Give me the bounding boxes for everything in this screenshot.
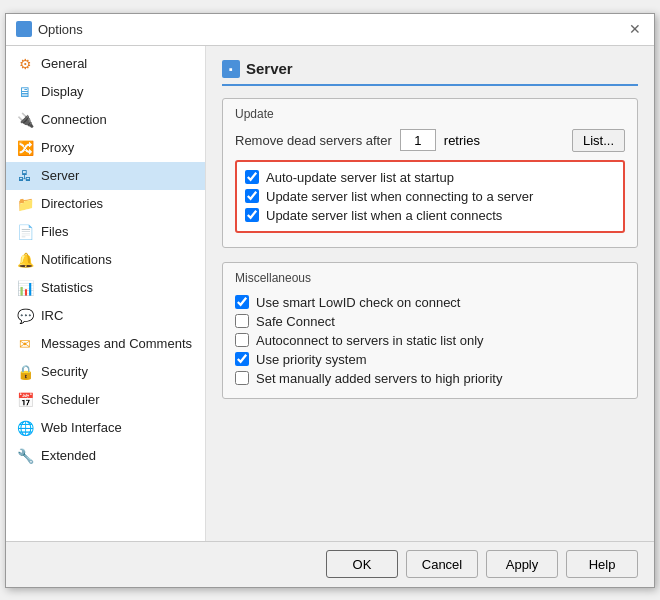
checkbox-update-client-label: Update server list when a client connect… [266, 208, 502, 223]
notifications-icon: 🔔 [16, 251, 34, 269]
checkbox-priority-label: Use priority system [256, 352, 367, 367]
checkbox-update-connecting-label: Update server list when connecting to a … [266, 189, 533, 204]
sidebar-label-irc: IRC [41, 308, 63, 323]
section-header-icon: ▪ [222, 60, 240, 78]
dialog-footer: OK Cancel Apply Help [6, 541, 654, 587]
misc-legend: Miscellaneous [235, 271, 625, 285]
main-content: ▪ Server Update Remove dead servers afte… [206, 46, 654, 541]
sidebar-item-connection[interactable]: 🔌 Connection [6, 106, 205, 134]
section-header: ▪ Server [222, 60, 638, 86]
title-bar: Options ✕ [6, 14, 654, 46]
checkbox-safeconnect-label: Safe Connect [256, 314, 335, 329]
sidebar-label-directories: Directories [41, 196, 103, 211]
retries-suffix: retries [444, 133, 480, 148]
section-title: Server [246, 60, 293, 77]
checkbox-autoupdate-input[interactable] [245, 170, 259, 184]
sidebar-item-proxy[interactable]: 🔀 Proxy [6, 134, 205, 162]
cancel-button[interactable]: Cancel [406, 550, 478, 578]
update-group: Update Remove dead servers after retries… [222, 98, 638, 248]
retries-input[interactable] [400, 129, 436, 151]
sidebar-item-irc[interactable]: 💬 IRC [6, 302, 205, 330]
sidebar-label-notifications: Notifications [41, 252, 112, 267]
dialog-body: ⚙ General 🖥 Display 🔌 Connection 🔀 Proxy… [6, 46, 654, 541]
checkbox-update-connecting-input[interactable] [245, 189, 259, 203]
close-icon[interactable]: ✕ [626, 20, 644, 38]
checkbox-autoconnect-label: Autoconnect to servers in static list on… [256, 333, 484, 348]
update-legend: Update [235, 107, 625, 121]
checkbox-update-client-input[interactable] [245, 208, 259, 222]
extended-icon: 🔧 [16, 447, 34, 465]
sidebar-label-webinterface: Web Interface [41, 420, 122, 435]
sidebar-label-display: Display [41, 84, 84, 99]
title-bar-left: Options [16, 21, 83, 37]
sidebar-item-scheduler[interactable]: 📅 Scheduler [6, 386, 205, 414]
checkbox-lowid-label: Use smart LowID check on connect [256, 295, 460, 310]
checkbox-autoupdate-label: Auto-update server list at startup [266, 170, 454, 185]
checkbox-lowid-input[interactable] [235, 295, 249, 309]
checkbox-autoconnect-input[interactable] [235, 333, 249, 347]
sidebar-label-security: Security [41, 364, 88, 379]
sidebar-label-server: Server [41, 168, 79, 183]
sidebar-item-webinterface[interactable]: 🌐 Web Interface [6, 414, 205, 442]
sidebar-item-extended[interactable]: 🔧 Extended [6, 442, 205, 470]
dialog-icon [16, 21, 32, 37]
files-icon: 📄 [16, 223, 34, 241]
sidebar-label-extended: Extended [41, 448, 96, 463]
general-icon: ⚙ [16, 55, 34, 73]
sidebar-label-messages: Messages and Comments [41, 336, 192, 351]
retries-row: Remove dead servers after retries List..… [235, 129, 625, 152]
checkbox-autoconnect: Autoconnect to servers in static list on… [235, 331, 625, 350]
checkbox-highpriority: Set manually added servers to high prior… [235, 369, 625, 388]
checkbox-highpriority-label: Set manually added servers to high prior… [256, 371, 502, 386]
checkbox-update-connecting: Update server list when connecting to a … [245, 187, 615, 206]
options-dialog: Options ✕ ⚙ General 🖥 Display 🔌 Connecti… [5, 13, 655, 588]
sidebar: ⚙ General 🖥 Display 🔌 Connection 🔀 Proxy… [6, 46, 206, 541]
sidebar-item-security[interactable]: 🔒 Security [6, 358, 205, 386]
checkbox-safeconnect-input[interactable] [235, 314, 249, 328]
checkbox-priority: Use priority system [235, 350, 625, 369]
security-icon: 🔒 [16, 363, 34, 381]
sidebar-item-messages[interactable]: ✉ Messages and Comments [6, 330, 205, 358]
checkbox-lowid: Use smart LowID check on connect [235, 293, 625, 312]
ok-button[interactable]: OK [326, 550, 398, 578]
webinterface-icon: 🌐 [16, 419, 34, 437]
directories-icon: 📁 [16, 195, 34, 213]
irc-icon: 💬 [16, 307, 34, 325]
sidebar-label-general: General [41, 56, 87, 71]
checkbox-safeconnect: Safe Connect [235, 312, 625, 331]
apply-button[interactable]: Apply [486, 550, 558, 578]
checkbox-update-client: Update server list when a client connect… [245, 206, 615, 225]
sidebar-item-server[interactable]: 🖧 Server [6, 162, 205, 190]
sidebar-item-statistics[interactable]: 📊 Statistics [6, 274, 205, 302]
scheduler-icon: 📅 [16, 391, 34, 409]
checkbox-highpriority-input[interactable] [235, 371, 249, 385]
sidebar-label-proxy: Proxy [41, 140, 74, 155]
retries-label: Remove dead servers after [235, 133, 392, 148]
checkbox-priority-input[interactable] [235, 352, 249, 366]
sidebar-item-files[interactable]: 📄 Files [6, 218, 205, 246]
sidebar-label-statistics: Statistics [41, 280, 93, 295]
help-button[interactable]: Help [566, 550, 638, 578]
sidebar-item-notifications[interactable]: 🔔 Notifications [6, 246, 205, 274]
sidebar-label-files: Files [41, 224, 68, 239]
sidebar-item-display[interactable]: 🖥 Display [6, 78, 205, 106]
sidebar-label-scheduler: Scheduler [41, 392, 100, 407]
sidebar-label-connection: Connection [41, 112, 107, 127]
statistics-icon: 📊 [16, 279, 34, 297]
display-icon: 🖥 [16, 83, 34, 101]
messages-icon: ✉ [16, 335, 34, 353]
server-icon: 🖧 [16, 167, 34, 185]
misc-group: Miscellaneous Use smart LowID check on c… [222, 262, 638, 399]
proxy-icon: 🔀 [16, 139, 34, 157]
sidebar-item-general[interactable]: ⚙ General [6, 50, 205, 78]
checkbox-autoupdate: Auto-update server list at startup [245, 168, 615, 187]
connection-icon: 🔌 [16, 111, 34, 129]
list-button[interactable]: List... [572, 129, 625, 152]
dialog-title: Options [38, 22, 83, 37]
highlighted-checkboxes: Auto-update server list at startup Updat… [235, 160, 625, 233]
sidebar-item-directories[interactable]: 📁 Directories [6, 190, 205, 218]
